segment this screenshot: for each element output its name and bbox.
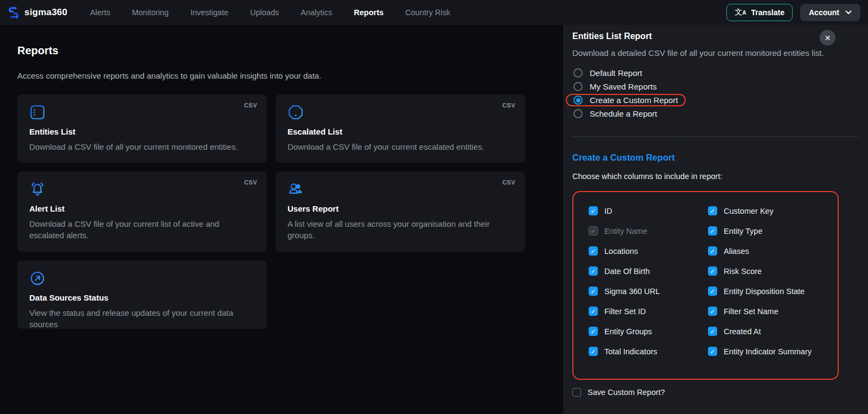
csv-badge: CSV (244, 179, 257, 186)
checkbox-icon (589, 226, 598, 235)
column-checkbox-risk-score[interactable]: Risk Score (708, 266, 832, 276)
page-title: Reports (17, 44, 563, 57)
report-option-my-saved-reports[interactable]: My Saved Reports (566, 80, 664, 93)
checkbox-icon[interactable] (589, 286, 598, 296)
account-button[interactable]: Account (800, 4, 860, 21)
csv-badge: CSV (244, 102, 257, 109)
column-checkbox-entity-type[interactable]: Entity Type (708, 226, 832, 235)
checkbox-icon[interactable] (572, 388, 581, 397)
card-title: Entities List (29, 127, 255, 136)
radio-icon[interactable] (573, 82, 583, 91)
csv-badge: CSV (502, 179, 515, 186)
report-option-schedule-report[interactable]: Schedule a Report (566, 107, 665, 120)
report-card-escalated-list[interactable]: CSV Escalated List Download a CSV file o… (276, 94, 525, 163)
checkbox-icon[interactable] (589, 347, 598, 356)
panel-description: Download a detailed CSV file of all your… (572, 48, 859, 58)
card-description: Download a CSV file of all your current … (29, 141, 255, 152)
brand-name: sigma360 (24, 7, 67, 18)
radio-icon[interactable] (573, 95, 583, 105)
column-checkbox-date-of-birth[interactable]: Date Of Birth (589, 266, 708, 276)
alert-octagon-icon (288, 104, 304, 120)
list-icon (29, 104, 46, 120)
nav-item-monitoring[interactable]: Monitoring (132, 8, 169, 17)
panel-title: Entities List Report (572, 31, 859, 41)
card-description: Download a CSV file of your current esca… (288, 141, 513, 152)
bell-icon (29, 181, 46, 198)
entities-list-report-panel: Entities List Report ✕ Download a detail… (563, 25, 868, 414)
card-description: A list view of all users across your org… (288, 218, 513, 241)
card-description: Download a CSV file of your current list… (29, 218, 255, 241)
checkbox-icon[interactable] (708, 286, 717, 296)
checkbox-icon[interactable] (589, 246, 598, 256)
nav-item-country-risk[interactable]: Country Risk (405, 8, 450, 17)
card-title: Alert List (29, 204, 255, 213)
report-card-entities-list[interactable]: CSV Entities List Download a CSV file of… (17, 94, 267, 163)
column-checkbox-sigma-360-url[interactable]: Sigma 360 URL (589, 286, 708, 296)
column-checkbox-id[interactable]: ID (589, 206, 708, 215)
sigma360-logo-icon (8, 6, 21, 19)
checkbox-icon[interactable] (589, 327, 598, 336)
card-title: Escalated List (288, 127, 513, 136)
column-checkbox-locations[interactable]: Locations (589, 246, 708, 256)
column-checkbox-entity-disposition-state[interactable]: Entity Disposition State (708, 286, 832, 296)
column-checkbox-aliases[interactable]: Aliases (708, 246, 832, 256)
save-custom-report-option[interactable]: Save Custom Report? (572, 388, 859, 397)
checkbox-icon[interactable] (708, 347, 717, 356)
reports-main: Reports Access comprehensive reports and… (0, 25, 563, 414)
column-checkbox-entity-indicator-summary[interactable]: Entity Indicator Summary (708, 347, 832, 356)
report-card-users-report[interactable]: CSV Users Report A list view of all user… (276, 171, 525, 252)
column-checkbox-created-at[interactable]: Created At (708, 327, 832, 336)
columns-instruction: Choose which columns to include in repor… (572, 172, 859, 181)
checkbox-icon[interactable] (708, 307, 717, 316)
column-checkbox-entity-groups[interactable]: Entity Groups (589, 327, 708, 336)
report-card-alert-list[interactable]: CSV Alert List Download a CSV file of yo… (17, 171, 267, 252)
checkbox-icon[interactable] (708, 246, 717, 256)
custom-report-heading: Create a Custom Report (572, 152, 859, 163)
checkbox-icon[interactable] (708, 206, 717, 215)
users-icon (288, 181, 304, 198)
columns-checkbox-group: ID Customer Key Entity Name Entity Type … (572, 191, 839, 380)
column-checkbox-customer-key[interactable]: Customer Key (708, 206, 832, 215)
report-cards: CSV Entities List Download a CSV file of… (17, 94, 563, 329)
translate-button[interactable]: 文A Translate (726, 4, 793, 21)
report-type-options: Default Report My Saved Reports Create a… (572, 67, 859, 120)
account-label: Account (809, 8, 839, 17)
csv-badge: CSV (502, 102, 515, 109)
column-checkbox-filter-set-name[interactable]: Filter Set Name (708, 307, 832, 316)
page-subtitle: Access comprehensive reports and analyti… (17, 71, 563, 80)
nav-actions: 文A Translate Account (726, 4, 860, 21)
checkbox-icon[interactable] (589, 266, 598, 276)
arrow-up-right-circle-icon (29, 270, 46, 286)
nav-item-analytics[interactable]: Analytics (301, 8, 332, 17)
checkbox-icon[interactable] (589, 307, 598, 316)
chevron-down-icon (845, 10, 852, 15)
report-option-default-report[interactable]: Default Report (566, 67, 650, 79)
translate-label: Translate (751, 8, 784, 17)
brand-logo[interactable]: sigma360 (8, 6, 67, 19)
report-card-data-sources-status[interactable]: Data Sources Status View the status and … (17, 260, 267, 329)
card-description: View the status and release updates of y… (29, 307, 255, 330)
checkbox-icon[interactable] (708, 327, 717, 336)
radio-icon[interactable] (573, 109, 583, 118)
close-icon[interactable]: ✕ (820, 30, 835, 46)
nav-item-reports[interactable]: Reports (354, 8, 384, 17)
nav-menu: Alerts Monitoring Investigate Uploads An… (90, 8, 450, 17)
nav-item-investigate[interactable]: Investigate (190, 8, 228, 17)
nav-item-alerts[interactable]: Alerts (90, 8, 110, 17)
column-checkbox-total-indicators[interactable]: Total Indicators (589, 347, 708, 356)
card-title: Data Sources Status (29, 293, 255, 302)
column-checkbox-entity-name: Entity Name (589, 226, 708, 235)
card-title: Users Report (288, 204, 513, 213)
radio-icon[interactable] (573, 68, 583, 78)
translate-icon: 文A (735, 8, 746, 17)
checkbox-icon[interactable] (708, 226, 717, 235)
column-checkbox-filter-set-id[interactable]: Filter Set ID (589, 307, 708, 316)
nav-item-uploads[interactable]: Uploads (250, 8, 279, 17)
checkbox-icon[interactable] (589, 206, 598, 215)
top-nav: sigma360 Alerts Monitoring Investigate U… (0, 0, 868, 25)
dashed-divider (572, 136, 859, 137)
report-option-create-custom-report[interactable]: Create a Custom Report (566, 94, 686, 106)
checkbox-icon[interactable] (708, 266, 717, 276)
